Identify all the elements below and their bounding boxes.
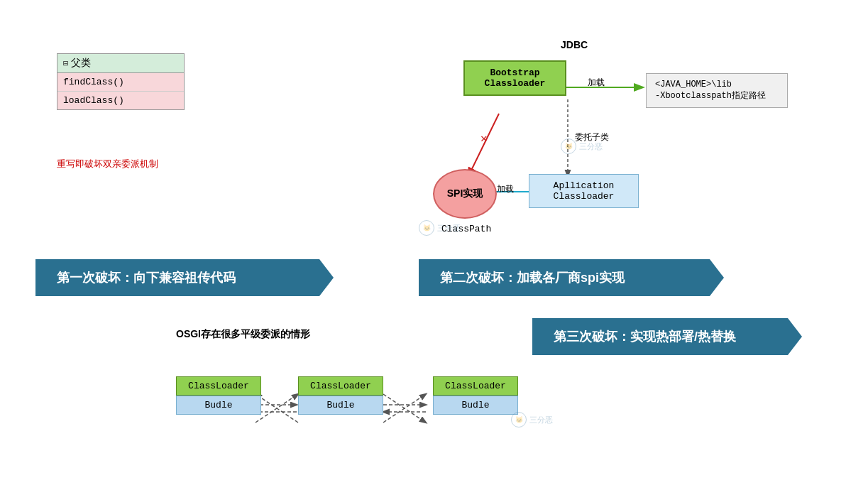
banner-3: 第三次破坏：实现热部署/热替换 (532, 318, 802, 355)
banner-2-label: 第二次破坏：加载各厂商spi实现 (440, 269, 625, 286)
class-table-header: ⊟ 父类 (57, 54, 184, 73)
bundle-group-3: ClassLoader Budle (433, 376, 518, 415)
watermark-text-3: 三分恶 (529, 415, 553, 425)
java-home-line1: <JAVA_HOME>\lib (655, 80, 732, 89)
osgi-label: OSGI存在很多平级委派的情形 (176, 328, 310, 341)
load-label-2: 加载 (497, 183, 514, 195)
spi-label: SPI实现 (447, 187, 483, 200)
bootstrap-line2: Classloader (485, 78, 546, 89)
bundle-group-1: ClassLoader Budle (176, 376, 261, 415)
watermark-circle-2: 🐱 (419, 220, 434, 236)
bundle-budle-3: Budle (433, 396, 518, 415)
watermark-2: 🐱 三分恶 (419, 220, 461, 236)
svg-line-11 (256, 394, 298, 423)
bundle-classloader-1: ClassLoader (176, 376, 261, 396)
table-row-find-class: findClass() (57, 73, 184, 92)
watermark-1: 🐱 三分恶 (561, 138, 603, 154)
banner-3-label: 第三次破坏：实现热部署/热替换 (554, 328, 736, 345)
table-row-load-class: loadClass() (57, 92, 184, 109)
java-home-box: <JAVA_HOME>\lib -Xbootclasspath指定路径 (646, 73, 788, 108)
bundle-budle-2: Budle (298, 396, 383, 415)
svg-line-12 (383, 394, 426, 423)
table-header-label: 父类 (71, 57, 91, 70)
load-label-1: 加载 (588, 77, 605, 89)
banner-2: 第二次破坏：加载各厂商spi实现 (419, 259, 724, 296)
bundle-classloader-3: ClassLoader (433, 376, 518, 396)
app-line1: Apllication (554, 180, 615, 191)
java-home-line2: -Xbootclasspath指定路径 (655, 91, 766, 101)
bundle-classloader-2: ClassLoader (298, 376, 383, 396)
svg-line-10 (256, 394, 298, 423)
bootstrap-line1: Bootstrap (490, 67, 539, 78)
svg-text:✕: ✕ (480, 133, 488, 146)
watermark-text-2: 三分恶 (437, 223, 461, 234)
minus-icon: ⊟ (63, 58, 68, 69)
bootstrap-classloader-box: Bootstrap Classloader (463, 60, 566, 96)
watermark-circle-1: 🐱 (561, 138, 576, 154)
class-table: ⊟ 父类 findClass() loadClass() (57, 53, 185, 110)
watermark-3: 🐱 三分恶 (511, 412, 553, 428)
svg-line-1 (468, 114, 499, 176)
banner-1: 第一次破坏：向下兼容祖传代码 (35, 259, 334, 296)
spi-ellipse: SPI实现 (433, 169, 497, 219)
app-line2: Classloader (554, 191, 615, 202)
jdbc-label: JDBC (561, 39, 588, 50)
diagram-container: ✕ ⊟ 父类 findClass() loadClass() 重写即破坏双亲委派… (0, 0, 868, 490)
watermark-text-1: 三分恶 (579, 141, 603, 152)
bundle-group-2: ClassLoader Budle (298, 376, 383, 415)
svg-line-13 (383, 394, 426, 423)
bundle-budle-1: Budle (176, 396, 261, 415)
watermark-circle-3: 🐱 (511, 412, 527, 428)
banner-1-label: 第一次破坏：向下兼容祖传代码 (57, 269, 236, 286)
red-text-label: 重写即破坏双亲委派机制 (57, 158, 158, 170)
app-classloader-box: Apllication Classloader (529, 174, 639, 208)
